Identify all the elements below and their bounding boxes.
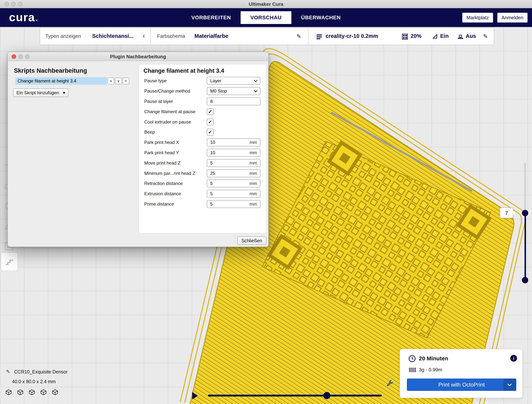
close-dialog-button[interactable]: Schließen [237,237,266,245]
print-time-estimate: 20 Minuten [419,355,448,362]
dialog-title: Plugin Nachbearbeitung [8,52,268,61]
rename-model-icon[interactable]: ✎ [6,369,10,375]
support-icon [432,33,438,39]
print-job-panel: 20 Minuten i 3g · 0.99m Print with OctoP… [400,349,523,398]
dialog-titlebar[interactable]: Plugin Nachbearbeitung [8,52,268,61]
settings-row: Retraction distance5mm [139,178,266,189]
color-scheme-label: Farbschema [157,33,185,39]
window-title: Ultimaker Cura [0,0,532,8]
field-input-park-print-head-y[interactable]: 10mm [207,149,260,157]
stairs-icon [4,256,15,267]
settings-row: Minimum par...rint head Z25mm [139,168,266,178]
field-label: Minimum par...rint head Z [144,171,207,176]
play-button[interactable] [192,392,198,399]
field-checkbox-change-filament-at-pause[interactable]: ✓ [207,108,214,115]
model-dimensions: 40.0 x 80.0 x 2.4 mm [12,379,56,384]
remove-script-button[interactable]: × [122,77,129,84]
cube-icon[interactable] [40,389,47,396]
tool-support-blocker[interactable] [1,252,18,271]
color-scheme-value[interactable]: Materialfarbe [194,33,228,39]
move-script-up-button[interactable]: ∧ [108,77,114,84]
chevron-down-icon [254,78,258,82]
script-settings-fields: Pause typeLayerPause/Change methodM0 Sto… [139,76,266,209]
field-select-pause-change-method[interactable]: M0 Stop [207,87,260,95]
field-input-park-print-head-x[interactable]: 10mm [207,139,260,146]
info-icon[interactable]: i [510,355,517,362]
layer-slider-handle-bottom[interactable] [522,277,528,283]
material-estimate: 3g · 0.99m [419,367,442,373]
field-label: Retraction distance [144,181,207,186]
settings-row: Extrusion distance5mm [139,189,266,199]
signin-button[interactable]: Anmelden [497,13,527,22]
marketplace-button[interactable]: Marktplatz [462,13,493,22]
field-input-minimum-par-rint-head-z[interactable]: 25mm [207,169,260,177]
adhesion-value[interactable]: Aus [466,33,476,39]
infill-value[interactable]: 20% [411,33,421,39]
tab-vorschau[interactable]: VORSCHAU [241,11,291,24]
field-label: Cool extruder on pause [144,119,207,125]
current-layer-tooltip: 7 [500,208,513,218]
cura-logo: cura. [9,11,38,24]
postprocessing-dialog: Plugin Nachbearbeitung Skripts Nachbearb… [7,52,269,247]
field-input-extrusion-distance[interactable]: 5mm [207,190,260,198]
layer-slider-track[interactable] [525,163,526,213]
settings-row: Beep✓ [139,127,266,137]
settings-row: Park print head Y10mm [139,148,266,158]
field-label: Change filament at pause [144,109,207,114]
field-checkbox-beep[interactable]: ✓ [207,129,214,135]
field-label: Beep [144,129,207,135]
tab-berwachen[interactable]: ÜBERWACHEN [291,8,350,27]
settings-row: Cool extruder on pause✓ [139,117,266,127]
field-label: Park print head Y [144,150,207,155]
view-type-card[interactable]: Typen anzeigen Schichtenansi... ‹ [40,28,151,45]
field-label: Pause at layer [144,99,207,104]
scripts-heading: Skripts Nachbearbeitung [14,67,87,74]
cube-icon[interactable] [52,389,58,396]
support-value[interactable]: Ein [440,33,449,39]
settings-row: Prime distance5mm [139,199,266,209]
clock-icon [408,355,416,362]
chevron-down-icon [254,89,258,92]
settings-heading: Change filament at height 3.4 [144,67,224,74]
adhesion-icon [457,34,463,40]
settings-row: Move print head Z5mm [139,158,266,168]
layer-slider-range[interactable] [525,213,526,280]
move-script-down-button[interactable]: ∨ [115,77,122,84]
chevron-down-icon [507,382,512,386]
infill-icon [402,34,408,40]
print-with-octoprint-button[interactable]: Print with OctoPrint [407,378,516,391]
edit-icon[interactable]: ✎ [297,33,301,39]
field-checkbox-cool-extruder-on-pause[interactable]: ✓ [207,119,214,125]
settings-row: Pause/Change methodM0 Stop [139,86,266,96]
field-input-pause-at-layer[interactable]: 8 [207,97,260,105]
field-input-move-print-head-z[interactable]: 5mm [207,159,260,167]
view-type-value[interactable]: Schichtenansi... [92,33,133,39]
object-list-icons [5,389,58,396]
wrench-icon[interactable] [385,380,394,389]
field-label: Move print head Z [144,160,207,166]
cube-icon[interactable] [5,389,12,396]
print-settings-card[interactable]: creality-cr-10 0.2mm 20% Ein Aus ✎ [308,28,494,45]
field-label: Prime distance [144,201,207,207]
cube-icon[interactable] [17,389,24,396]
selected-script-item[interactable]: Change filament at height 3.4 [15,77,107,85]
color-scheme-card[interactable]: Farbschema Materialfarbe ✎ [150,28,308,45]
print-options-chevron[interactable] [504,378,516,391]
field-select-pause-type[interactable]: Layer [207,77,260,85]
model-name: CCR10_Exquisite Densor [14,369,68,375]
simulation-slider-track[interactable] [208,395,382,397]
edit-icon[interactable]: ✎ [483,33,488,39]
printer-profile[interactable]: creality-cr-10 0.2mm [326,33,378,39]
field-input-prime-distance[interactable]: 5mm [207,200,260,208]
layer-slider-handle-top[interactable] [522,210,528,216]
cube-icon[interactable] [28,389,35,396]
add-script-button[interactable]: Ein Skript hinzufügen ▾ [13,89,69,97]
filament-icon [409,367,416,373]
simulation-slider-handle[interactable] [323,392,330,399]
collapse-panel-icon[interactable]: ‹ [143,32,145,40]
field-input-retraction-distance[interactable]: 5mm [207,180,260,187]
stage-tabs: VORBEREITENVORSCHAUÜBERWACHEN [182,8,350,27]
app-window: Ultimaker Cura cura. VORBEREITENVORSCHAU… [0,0,532,404]
tab-vorbereiten[interactable]: VORBEREITEN [182,8,241,27]
settings-row: Change filament at pause✓ [139,106,266,117]
